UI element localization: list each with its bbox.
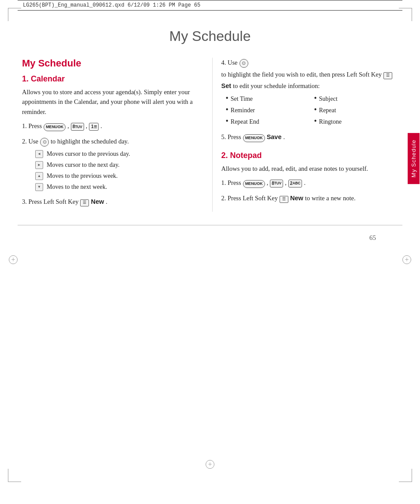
step-1-comma1: , <box>67 121 69 131</box>
sub-heading-calendar: 1. Calendar <box>22 74 199 84</box>
section-heading-myschedule: My Schedule <box>22 58 199 69</box>
nav-icon-2: ⊙ <box>239 59 248 68</box>
bullet-set-time: • Set Time <box>226 94 310 104</box>
left-column: My Schedule 1. Calendar Allows you to st… <box>22 58 212 212</box>
step-2-sublist: Moves cursor to the previous day. Moves … <box>35 149 199 191</box>
key-soft-4: ☰ <box>383 72 392 79</box>
step-4-line: 4. Use ⊙ to highlight the field you wish… <box>221 58 398 91</box>
sublist-text-prev-day: Moves cursor to the previous day. <box>47 149 130 158</box>
bullet-dot-3: • <box>226 106 228 114</box>
step-3-prefix: 3. Press Left Soft Key <box>22 197 78 206</box>
bullet-dot-6: • <box>314 117 317 125</box>
key-8tuv-n: 8TUV <box>270 180 283 188</box>
step-3-line: 3. Press Left Soft Key ☰ New . <box>22 197 199 206</box>
sublist-item-next-week: Moves to the next week. <box>35 182 199 191</box>
notepad-step-2-new: New <box>290 193 303 203</box>
sidebar-label-wrapper: My Schedule <box>407 132 420 185</box>
reg-mark-bottom <box>206 460 214 469</box>
notepad-step-1: 1. Press MENUOK , 8TUV , 2ABC . <box>221 178 398 188</box>
notepad-comma1: , <box>267 178 269 188</box>
corner-mark-bl <box>8 469 21 482</box>
bullet-label-set-time: Set Time <box>231 94 253 104</box>
sub-heading-notepad: 2. Notepad <box>221 151 398 160</box>
step-4-text2: to edit your schedule information: <box>233 81 320 91</box>
key-2abc: 2ABC <box>288 180 302 188</box>
key-soft-3: ☰ <box>80 199 89 206</box>
nav-icon-1: ⊙ <box>40 138 49 147</box>
key-menu-ok-n1: MENUOK <box>243 180 265 188</box>
step-4-prefix: 4. Use <box>221 58 238 67</box>
icon-down <box>35 183 43 191</box>
step-1-comma2: , <box>86 121 88 131</box>
step-1-line: 1. Press MENUOK , 8TUV , 1☰ . <box>22 121 199 131</box>
step-3-bold: New <box>91 197 104 206</box>
step-2: 2. Use ⊙ to highlight the scheduled day.… <box>22 136 199 191</box>
notepad-step-1-period: . <box>304 178 306 188</box>
corner-mark-tr <box>399 8 412 21</box>
notepad-step-2-text: to write a new note. <box>305 193 356 203</box>
bullet-label-ringtone: Ringtone <box>319 117 342 127</box>
key-1: 1☰ <box>89 123 99 131</box>
notepad-comma2: , <box>285 178 287 188</box>
step-2-text: to highlight the scheduled day. <box>51 136 129 146</box>
step-5: 5. Press MENUOK Save . <box>221 132 398 142</box>
bullet-dot-2: • <box>314 94 317 102</box>
step-4-text1: to highlight the field you wish to edit,… <box>221 70 382 79</box>
key-menu-ok-1: MENUOK <box>44 123 66 131</box>
step-1-prefix: 1. Press <box>22 121 42 131</box>
reg-mark-right <box>402 255 411 264</box>
notepad-step-2-line: 2. Press Left Soft Key ☰ New to write a … <box>221 193 398 203</box>
bullet-label-reminder: Reminder <box>231 106 255 115</box>
bullet-ringtone: • Ringtone <box>314 117 398 127</box>
key-8tuv: 8TUV <box>71 123 84 131</box>
bullet-repeat: • Repeat <box>314 106 398 115</box>
sublist-item-prev-week: Moves to the previous week. <box>35 171 199 180</box>
bullet-reminder: • Reminder <box>226 106 310 115</box>
header-bar: LG265(BPT)_Eng_manual_090612.qxd 6/12/09… <box>18 0 402 11</box>
notepad-step-2: 2. Press Left Soft Key ☰ New to write a … <box>221 193 398 203</box>
icon-up <box>35 172 43 180</box>
key-soft-n2: ☰ <box>280 196 288 203</box>
step-1: 1. Press MENUOK , 8TUV , 1☰ . <box>22 121 199 131</box>
sublist-item-next-day: Moves cursor to the next day. <box>35 160 199 169</box>
step-2-line: 2. Use ⊙ to highlight the scheduled day. <box>22 136 199 147</box>
bullet-label-subject: Subject <box>319 94 338 104</box>
notepad-step-1-line: 1. Press MENUOK , 8TUV , 2ABC . <box>221 178 398 188</box>
step-3: 3. Press Left Soft Key ☰ New . <box>22 197 199 206</box>
step-2-prefix: 2. Use <box>22 136 38 146</box>
key-menu-ok-5: MENUOK <box>243 134 265 142</box>
step-4: 4. Use ⊙ to highlight the field you wish… <box>221 58 398 127</box>
bullet-dot-5: • <box>226 117 228 125</box>
right-column: 4. Use ⊙ to highlight the field you wish… <box>212 58 398 212</box>
step-1-period: . <box>100 121 102 131</box>
step-3-suffix: . <box>106 197 107 206</box>
icon-right <box>35 161 43 169</box>
bullet-subject: • Subject <box>314 94 398 104</box>
icon-left <box>35 150 43 158</box>
bullet-label-repeat-end: Repeat End <box>231 117 259 127</box>
step-5-prefix: 5. Press <box>221 132 241 142</box>
bullet-repeat-end: • Repeat End <box>226 117 310 127</box>
corner-mark-tl <box>8 8 21 21</box>
bullet-grid: • Set Time • Subject • Reminder • Repeat… <box>226 94 398 126</box>
bullet-dot-1: • <box>226 94 228 102</box>
notepad-intro: Allows you to add, read, edit, and erase… <box>221 164 398 173</box>
sublist-text-next-day: Moves cursor to the next day. <box>47 160 120 169</box>
step-5-suffix: . <box>284 132 285 142</box>
reg-mark-left <box>9 255 18 264</box>
page-number: 65 <box>18 225 402 246</box>
calendar-intro: Allows you to store and access your agen… <box>22 87 199 117</box>
step-5-save: Save <box>267 132 282 142</box>
bullet-label-repeat: Repeat <box>319 106 336 115</box>
header-text: LG265(BPT)_Eng_manual_090612.qxd 6/12/09… <box>23 2 200 8</box>
step-5-line: 5. Press MENUOK Save . <box>221 132 398 142</box>
page-title: My Schedule <box>0 28 420 44</box>
corner-mark-br <box>399 469 412 482</box>
content-wrapper: My Schedule 1. Calendar Allows you to st… <box>22 58 398 212</box>
sublist-item-prev-day: Moves cursor to the previous day. <box>35 149 199 158</box>
sidebar-label: My Schedule <box>408 133 420 184</box>
notepad-step-2-prefix: 2. Press Left Soft Key <box>221 193 278 203</box>
sublist-text-prev-week: Moves to the previous week. <box>47 171 118 180</box>
step-4-set: Set <box>221 81 232 91</box>
bullet-dot-4: • <box>314 106 317 114</box>
